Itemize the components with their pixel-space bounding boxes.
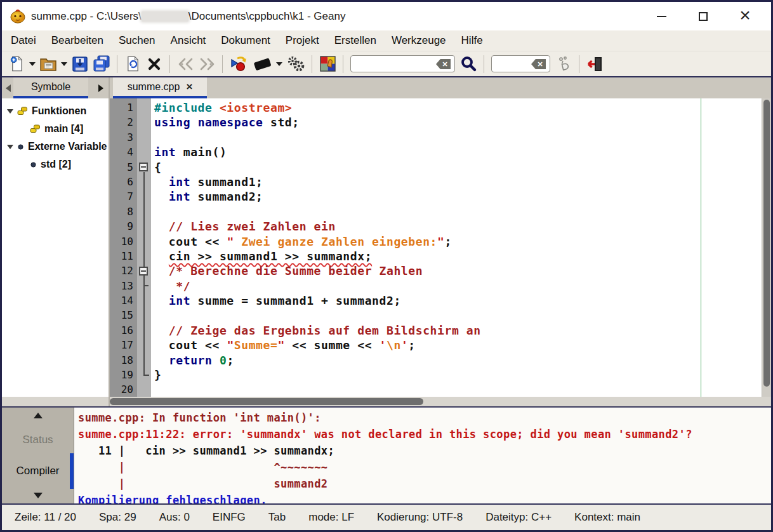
code-line[interactable]: cout << " Zwei ganze Zahlen eingeben:"; (154, 234, 762, 249)
code-line[interactable]: } (154, 368, 762, 382)
code-line[interactable]: int summand2; (154, 189, 762, 204)
tree-item-externe[interactable]: Externe Variable (2, 138, 109, 156)
compiler-output-line[interactable]: | summand2 (78, 475, 771, 492)
code-line[interactable]: int summand1; (154, 175, 762, 189)
code-line[interactable]: { (154, 160, 762, 175)
vertical-scrollbar[interactable] (762, 98, 771, 397)
line-number: 17 (110, 338, 133, 352)
code-line[interactable]: */ (154, 279, 762, 293)
fold-marker[interactable] (137, 160, 151, 175)
code-line[interactable] (154, 308, 762, 323)
fold-marker (137, 249, 151, 263)
fold-margin[interactable] (137, 98, 151, 397)
fold-marker (137, 308, 151, 323)
sidebar-scroll-left-icon[interactable] (6, 84, 11, 92)
quit-button[interactable] (584, 53, 605, 75)
expander-icon[interactable] (7, 145, 13, 149)
menu-item-dokument[interactable]: Dokument (213, 31, 277, 50)
line-number: 9 (110, 219, 133, 234)
compiler-output-line[interactable]: summe.cpp:11:22: error: 'summandx' was n… (78, 426, 771, 442)
open-file-button[interactable] (37, 53, 59, 75)
compiler-output[interactable]: summe.cpp: In function 'int main()':summ… (74, 408, 771, 503)
fold-marker[interactable] (137, 263, 151, 278)
menu-item-suchen[interactable]: Suchen (111, 31, 163, 50)
line-number: 2 (110, 115, 133, 130)
geany-window: summe.cpp - C:\Users\\Documents\cppbuch\… (0, 0, 773, 532)
tab-summe-cpp[interactable]: summe.cpp × (113, 77, 207, 98)
code-line[interactable]: return 0; (154, 353, 762, 368)
close-file-button[interactable] (143, 53, 165, 75)
color-chooser-button[interactable] (317, 53, 338, 75)
sidebar-scroll-right-icon[interactable] (98, 84, 103, 92)
save-all-button[interactable] (91, 53, 112, 75)
tab-status[interactable]: Status (2, 430, 74, 450)
fold-empty (137, 100, 151, 115)
execute-button[interactable] (284, 53, 307, 75)
code-line[interactable] (154, 130, 762, 145)
horizontal-scrollbar-thumb[interactable] (110, 398, 423, 405)
menu-item-datei[interactable]: Datei (3, 31, 44, 50)
toolbar: ✕ ✕ (2, 51, 771, 77)
minimize-button[interactable] (640, 4, 682, 29)
code-line[interactable]: // Zeige das Ergebnis auf dem Bildschirm… (154, 323, 762, 338)
menu-item-werkzeuge[interactable]: Werkzeuge (384, 31, 454, 50)
vertical-scrollbar-thumb[interactable] (763, 100, 770, 387)
save-button[interactable] (69, 53, 91, 75)
fold-marker (137, 338, 151, 352)
new-file-dropdown[interactable] (27, 53, 37, 75)
compiler-output-line[interactable]: 11 | cin >> summand1 >> summandx; (78, 442, 771, 459)
menu-item-projekt[interactable]: Projekt (278, 31, 327, 50)
variable-icon (17, 143, 24, 150)
menu-item-ansicht[interactable]: Ansicht (163, 31, 214, 50)
close-button[interactable]: × (724, 4, 766, 29)
compile-button[interactable] (227, 53, 250, 75)
code-line[interactable] (154, 382, 762, 397)
code-line[interactable]: using namespace std; (154, 115, 762, 130)
compiler-output-line[interactable]: Kompilierung fehlgeschlagen. (78, 492, 771, 503)
maximize-button[interactable] (682, 4, 724, 29)
build-dropdown[interactable] (274, 53, 284, 75)
code-line[interactable] (154, 204, 762, 219)
menu-item-bearbeiten[interactable]: Bearbeiten (44, 31, 111, 50)
reload-file-button[interactable] (122, 53, 143, 75)
compiler-output-line[interactable]: | ^~~~~~~~ (78, 459, 771, 475)
code-line[interactable]: int summe = summand1 + summand2; (154, 293, 762, 308)
menu-item-erstellen[interactable]: Erstellen (327, 31, 384, 50)
code-area[interactable]: #include <iostream>using namespace std;i… (151, 98, 762, 397)
expander-icon[interactable] (7, 109, 13, 114)
code-line[interactable]: cout << "Summe=" << summe << '\n'; (154, 338, 762, 352)
navigate-back-button[interactable] (175, 53, 196, 75)
editor-tab-bar: summe.cpp × (110, 77, 771, 98)
tab-close-icon[interactable]: × (186, 81, 192, 92)
code-line[interactable]: /* Berechne die Summe beider Zahlen (154, 263, 762, 278)
fold-marker (137, 219, 151, 234)
message-panel: Status Compiler summe.cpp: In function '… (2, 406, 771, 503)
goto-line-button[interactable] (553, 53, 574, 75)
function-icon (30, 124, 41, 133)
code-line[interactable]: cin >> summand1 >> summandx; (154, 249, 762, 263)
fold-marker (137, 323, 151, 338)
panel-scroll-up-icon[interactable] (34, 413, 43, 418)
open-file-dropdown[interactable] (59, 53, 69, 75)
horizontal-scrollbar[interactable] (110, 397, 771, 406)
build-button[interactable] (250, 53, 274, 75)
panel-scroll-down-icon[interactable] (34, 493, 43, 498)
code-line[interactable]: // Lies zwei Zahlen ein (154, 219, 762, 234)
code-line[interactable]: int main() (154, 145, 762, 159)
fold-marker (137, 293, 151, 308)
code-editor[interactable]: 1234567891011121314151617181920 #include… (110, 98, 771, 397)
tab-symbols[interactable]: Symbole (13, 77, 88, 98)
tab-compiler[interactable]: Compiler (2, 461, 74, 481)
line-number-gutter: 1234567891011121314151617181920 (110, 98, 137, 397)
status-item: Tab (268, 511, 286, 524)
navigate-forward-button[interactable] (196, 53, 218, 75)
tree-item-std[interactable]: std [2] (2, 156, 109, 173)
find-button[interactable] (458, 53, 479, 75)
fold-marker (137, 234, 151, 249)
compiler-output-line[interactable]: summe.cpp: In function 'int main()': (78, 409, 771, 426)
menu-item-hilfe[interactable]: Hilfe (454, 31, 491, 50)
tree-item-funktionen[interactable]: Funktionen (2, 102, 109, 120)
code-line[interactable]: #include <iostream> (154, 100, 762, 115)
new-file-button[interactable] (6, 53, 27, 75)
tree-item-main[interactable]: main [4] (2, 120, 109, 138)
